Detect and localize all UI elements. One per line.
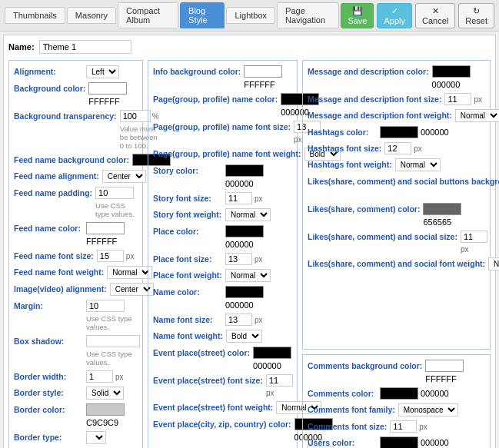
hashtags-color-label: Hashtags color: bbox=[308, 126, 377, 137]
cancel-button[interactable]: ✕ Cancel bbox=[415, 3, 455, 28]
alignment-label: Alignment: bbox=[14, 65, 83, 76]
page-name-weight-label: Page(group, profile) name font weight: bbox=[153, 148, 301, 158]
feed-weight-label: Feed name font weight: bbox=[14, 266, 104, 277]
msg-weight-select[interactable]: Normal bbox=[455, 109, 499, 122]
reset-button[interactable]: ↻ Reset bbox=[458, 3, 494, 28]
place-size-label: Place font size: bbox=[153, 253, 222, 264]
hashtags-weight-select[interactable]: Normal bbox=[395, 158, 441, 171]
bg-color-value: FFFFFF bbox=[88, 97, 119, 106]
border-width-input[interactable] bbox=[86, 370, 113, 383]
info-bg-value: FFFFFF bbox=[244, 80, 274, 89]
bg-transparency-label: Background transparency: bbox=[14, 110, 117, 121]
story-color-value: 000000 bbox=[225, 179, 254, 188]
place-color-swatch[interactable] bbox=[225, 225, 264, 237]
name-size-label: Name font size: bbox=[153, 314, 222, 324]
story-size-label: Story font size: bbox=[153, 192, 222, 203]
place-color-value: 000000 bbox=[225, 240, 254, 249]
toolbar-actions: 💾 Save ✓ Apply ✕ Cancel ↻ Reset bbox=[341, 3, 494, 28]
users-color-label: Users color: bbox=[308, 436, 377, 447]
feed-weight-select[interactable]: Normal bbox=[107, 266, 152, 279]
name-color-swatch[interactable] bbox=[225, 286, 264, 298]
feed-padding-input[interactable] bbox=[95, 187, 134, 199]
likes-size-label: Likes(share, comment) and social size: bbox=[308, 231, 457, 241]
name-row: Name: bbox=[8, 40, 491, 54]
msg-size-input[interactable] bbox=[444, 93, 471, 105]
comments-font-family-select[interactable]: Monospace bbox=[398, 403, 458, 416]
comments-size-input[interactable] bbox=[390, 420, 417, 433]
top-bar: Thumbnails Masonry Compact Album Blog St… bbox=[0, 0, 499, 32]
feed-color-swatch[interactable] bbox=[86, 222, 125, 234]
msg-size-label: Message and description font size: bbox=[308, 93, 441, 104]
story-color-swatch[interactable] bbox=[225, 164, 264, 177]
story-weight-select[interactable]: Normal bbox=[225, 208, 271, 221]
hashtags-color-swatch[interactable] bbox=[380, 126, 418, 138]
users-color-value: 000000 bbox=[421, 438, 449, 447]
feed-size-input[interactable] bbox=[97, 250, 124, 262]
ep-street-color-swatch[interactable] bbox=[253, 347, 291, 359]
col3: Message and description color: 000000 Me… bbox=[302, 60, 491, 448]
hashtags-size-input[interactable] bbox=[384, 142, 411, 154]
hashtags-color-value: 000000 bbox=[421, 128, 449, 137]
feed-padding-label: Feed name padding: bbox=[14, 187, 92, 197]
comments-bg-label: Comments background color: bbox=[308, 360, 422, 370]
tab-compact-album[interactable]: Compact Album bbox=[118, 2, 178, 28]
save-button[interactable]: 💾 Save bbox=[341, 3, 374, 28]
feed-align-label: Feed name alignment: bbox=[14, 170, 99, 181]
comments-color-swatch[interactable] bbox=[380, 387, 418, 400]
tab-masonry[interactable]: Masonry bbox=[67, 7, 116, 24]
users-color-swatch[interactable] bbox=[380, 436, 418, 448]
place-color-label: Place color: bbox=[153, 225, 222, 236]
tab-blog-style[interactable]: Blog Style bbox=[180, 2, 225, 28]
img-align-label: Image(video) alignment: bbox=[14, 283, 107, 294]
comments-font-family-label: Comments font family: bbox=[308, 403, 395, 414]
margin-input[interactable] bbox=[86, 300, 125, 312]
border-color-swatch[interactable] bbox=[86, 403, 125, 416]
comments-bg-swatch[interactable] bbox=[425, 360, 464, 372]
place-weight-select[interactable]: Normal bbox=[225, 269, 271, 282]
tab-lightbox[interactable]: Lightbox bbox=[226, 7, 275, 24]
page-name-size-label: Page(group, profile) name font size: bbox=[153, 121, 291, 131]
border-type-select[interactable] bbox=[86, 431, 106, 444]
feed-align-select[interactable]: Center bbox=[102, 170, 146, 183]
box-shadow-label: Box shadow: bbox=[14, 335, 83, 346]
box-shadow-hint: Use CSS type values. bbox=[86, 350, 140, 367]
bg-color-label: Background color: bbox=[14, 82, 85, 93]
comments-size-label: Comments font size: bbox=[308, 420, 387, 431]
msg-color-swatch[interactable] bbox=[432, 65, 471, 78]
comments-bg-value: FFFFFF bbox=[425, 374, 456, 383]
name-input[interactable] bbox=[39, 40, 131, 54]
likes-weight-select[interactable]: Normal bbox=[488, 257, 499, 270]
ep-street-weight-label: Event place(street) font weight: bbox=[153, 401, 273, 412]
border-style-label: Border style: bbox=[14, 387, 83, 397]
ep-street-color-label: Event place(street) color: bbox=[153, 347, 250, 357]
feed-bg-color-label: Feed name background color: bbox=[14, 154, 129, 164]
name-weight-label: Name font weight: bbox=[153, 330, 223, 340]
tab-thumbnails[interactable]: Thumbnails bbox=[5, 7, 65, 24]
likes-bg-label: Likes(share, comment) and social buttons… bbox=[308, 175, 499, 186]
col2: Info background color: FFFFFF Page(group… bbox=[148, 60, 298, 448]
likes-size-input[interactable] bbox=[461, 231, 487, 243]
ep-street-size-input[interactable] bbox=[266, 374, 293, 387]
info-bg-swatch[interactable] bbox=[244, 65, 282, 78]
border-color-value: C9C9C9 bbox=[86, 418, 118, 427]
feed-color-value: FFFFFF bbox=[86, 237, 117, 246]
padding-hint: Use CSS type values. bbox=[95, 201, 138, 218]
name-weight-select[interactable]: Bold bbox=[226, 330, 262, 343]
likes-color-value: 656565 bbox=[423, 217, 451, 227]
feed-color-label: Feed name color: bbox=[14, 222, 83, 233]
likes-color-swatch[interactable] bbox=[423, 203, 461, 215]
place-size-input[interactable] bbox=[225, 253, 252, 265]
story-size-input[interactable] bbox=[225, 192, 252, 204]
bg-transparency-input[interactable] bbox=[120, 110, 151, 122]
bg-color-swatch[interactable] bbox=[88, 82, 127, 95]
apply-button[interactable]: ✓ Apply bbox=[377, 3, 412, 28]
col3-top: Message and description color: 000000 Me… bbox=[302, 60, 491, 350]
alignment-select[interactable]: Left bbox=[86, 65, 119, 78]
hashtags-size-label: Hashtags font size: bbox=[308, 142, 381, 153]
box-shadow-input[interactable] bbox=[86, 335, 140, 347]
ep-street-size-label: Event place(street) font size: bbox=[153, 374, 263, 385]
info-bg-label: Info background color: bbox=[153, 65, 241, 76]
tab-page-navigation[interactable]: Page Navigation bbox=[277, 2, 339, 28]
border-style-select[interactable]: Solid bbox=[86, 387, 124, 400]
name-size-input[interactable] bbox=[225, 314, 252, 326]
